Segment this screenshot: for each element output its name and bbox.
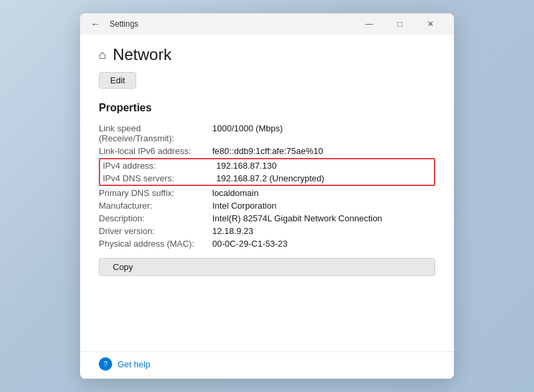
prop-label: Link-local IPv6 address: — [99, 146, 212, 156]
ipv4-address-label: IPv4 address: — [103, 161, 216, 171]
back-button[interactable]: ← — [88, 17, 103, 31]
edit-button[interactable]: Edit — [99, 72, 136, 89]
maximize-button[interactable]: □ — [384, 13, 415, 35]
ipv4-dns-row: IPv4 DNS servers: 192.168.87.2 (Unencryp… — [100, 172, 434, 185]
prop-value: fe80::ddb9:1cff:afe:75ae%10 — [212, 146, 435, 156]
copy-button[interactable]: Copy — [99, 258, 435, 276]
main-content: ⌂ Network Edit Properties Link speed (Re… — [80, 35, 454, 351]
get-help-link[interactable]: Get help — [117, 359, 150, 369]
list-item: Link speed (Receive/Transmit): 1000/1000… — [99, 122, 435, 145]
window-title: Settings — [109, 19, 138, 29]
ipv4-dns-value: 192.168.87.2 (Unencrypted) — [216, 173, 431, 183]
titlebar-left: ← Settings — [88, 17, 138, 31]
help-icon: ? — [99, 357, 112, 371]
home-icon: ⌂ — [99, 48, 106, 62]
list-item: Primary DNS suffix: localdomain — [99, 187, 435, 199]
prop-label: Physical address (MAC): — [99, 239, 212, 249]
minimize-button[interactable]: — — [354, 13, 384, 35]
page-header: ⌂ Network — [99, 35, 435, 72]
prop-value: 1000/1000 (Mbps) — [212, 123, 435, 143]
prop-value: 00-0C-29-C1-53-23 — [212, 239, 435, 249]
prop-label: Driver version: — [99, 226, 212, 236]
close-button[interactable]: ✕ — [415, 13, 446, 35]
settings-window: ← Settings — □ ✕ ⌂ Network Edit Properti… — [80, 13, 454, 379]
list-item: Physical address (MAC): 00-0C-29-C1-53-2… — [99, 237, 435, 250]
prop-value: 12.18.9.23 — [212, 226, 435, 236]
prop-value: localdomain — [212, 188, 435, 198]
prop-label: Link speed (Receive/Transmit): — [99, 123, 212, 143]
titlebar: ← Settings — □ ✕ — [80, 13, 454, 35]
list-item: Manufacturer: Intel Corporation — [99, 199, 435, 212]
prop-label: Primary DNS suffix: — [99, 188, 212, 198]
highlight-group: IPv4 address: 192.168.87.130 IPv4 DNS se… — [99, 158, 435, 186]
manufacturer-value: Intel Corporation — [212, 201, 435, 211]
properties-section: Properties Link speed (Receive/Transmit)… — [99, 99, 435, 250]
ipv4-address-value: 192.168.87.130 — [216, 161, 431, 171]
list-item: Description: Intel(R) 82574L Gigabit Net… — [99, 212, 435, 225]
list-item: Driver version: 12.18.9.23 — [99, 225, 435, 237]
prop-value: Intel(R) 82574L Gigabit Network Connecti… — [212, 213, 435, 223]
page-title: Network — [113, 45, 172, 64]
list-item: Link-local IPv6 address: fe80::ddb9:1cff… — [99, 145, 435, 157]
ipv4-dns-label: IPv4 DNS servers: — [103, 173, 216, 183]
footer: ? Get help — [80, 351, 454, 379]
section-title: Properties — [99, 102, 435, 114]
help-icon-glyph: ? — [103, 360, 107, 368]
prop-label: Description: — [99, 213, 212, 223]
ipv4-address-row: IPv4 address: 192.168.87.130 — [100, 159, 434, 172]
prop-label: Manufacturer: — [99, 201, 212, 211]
titlebar-controls: — □ ✕ — [354, 13, 446, 35]
